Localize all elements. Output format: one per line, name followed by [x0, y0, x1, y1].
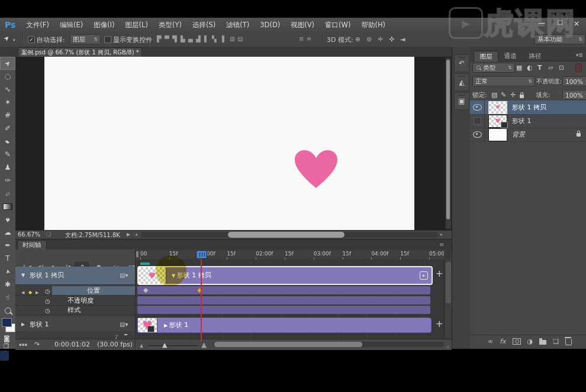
convert-to-frame-animation-icon[interactable]: ↷: [34, 341, 40, 348]
layer-row-3[interactable]: 背景: [470, 128, 586, 142]
3d-pan-icon[interactable]: ✛: [378, 35, 383, 43]
move-tool[interactable]: ➤: [0, 57, 15, 70]
layer-thumbnail[interactable]: ♥: [488, 115, 507, 128]
menu-item[interactable]: 图像(I): [88, 21, 120, 29]
align-icon[interactable]: ▄: [188, 36, 193, 42]
filter-smart-objects-icon[interactable]: ⊡: [559, 64, 564, 72]
screen-mode-icon[interactable]: ❐: [4, 343, 9, 349]
new-group-icon[interactable]: [539, 340, 546, 345]
filter-type-layers-icon[interactable]: T: [537, 64, 542, 72]
expand-arrow-icon[interactable]: ▶: [164, 323, 169, 328]
visibility-cell[interactable]: [470, 114, 485, 128]
timeline-horizontal-scrollbar-thumb[interactable]: [214, 342, 362, 347]
align-icon[interactable]: ≡: [307, 36, 311, 42]
zoom-level-field[interactable]: 66.67%: [18, 231, 40, 238]
property-row-position[interactable]: ◀ ◆ ▶ ◷ 位置: [15, 286, 135, 296]
menu-item[interactable]: 文件(F): [21, 21, 54, 29]
lock-position-icon[interactable]: ✛: [510, 91, 516, 99]
filter-adjustment-layers-icon[interactable]: ◐: [527, 64, 533, 72]
filter-shape-layers-icon[interactable]: ▱: [548, 64, 553, 72]
scroll-right-icon[interactable]: ▸: [440, 232, 443, 237]
vertical-scrollbar-thumb[interactable]: [446, 60, 450, 219]
align-icon[interactable]: ≣: [299, 36, 304, 42]
zoom-in-mountain-icon[interactable]: ▲: [201, 341, 207, 349]
dodge-tool[interactable]: ☁: [0, 226, 15, 239]
lock-pixels-icon[interactable]: ✎: [501, 91, 506, 99]
status-flyout-icon[interactable]: ▶: [127, 232, 130, 237]
collapse-arrow-icon[interactable]: ▼: [21, 267, 25, 284]
crop-tool[interactable]: #: [0, 109, 15, 122]
align-icon[interactable]: ▟: [196, 36, 201, 42]
timeline-vertical-scrollbar-thumb[interactable]: [446, 262, 451, 303]
timeline-ruler[interactable]: 0015f01:00f15f02:00f15f03:00f15f04:00f15…: [135, 250, 445, 260]
document-tab[interactable]: 案例.psd @ 66.7% (形状 1 拷贝, RGB/8) * ×: [18, 47, 142, 57]
healing-brush-tool[interactable]: ▰: [0, 135, 15, 148]
auto-select-checkbox[interactable]: ✓: [28, 36, 35, 43]
marquee-tool[interactable]: ◌: [0, 70, 15, 83]
track-filter-icon[interactable]: ▤▾: [120, 267, 128, 284]
eyedropper-tool[interactable]: ✐: [0, 122, 15, 135]
add-media-button[interactable]: +: [436, 319, 443, 329]
playhead-handle[interactable]: [196, 250, 207, 259]
fill-dropdown[interactable]: 100%▾: [562, 90, 586, 100]
eye-icon[interactable]: [473, 104, 482, 111]
link-layers-icon[interactable]: ∞: [488, 338, 493, 345]
align-icon[interactable]: ▥: [230, 36, 235, 42]
align-icon[interactable]: ▛: [157, 36, 162, 42]
align-icon[interactable]: ▜: [172, 36, 177, 42]
brush-tool[interactable]: ✎: [0, 148, 15, 161]
stopwatch-icon[interactable]: ◷: [45, 286, 50, 295]
align-icon[interactable]: ▐: [220, 36, 224, 42]
keyframe-band-style[interactable]: [137, 306, 430, 314]
menu-item[interactable]: 图层(L): [120, 21, 153, 29]
close-button[interactable]: ×: [571, 19, 582, 28]
horizontal-scrollbar-thumb[interactable]: [228, 232, 344, 238]
align-icon[interactable]: ▙: [181, 36, 185, 42]
tab-paths[interactable]: 路径: [523, 51, 547, 61]
hand-tool[interactable]: ☝: [0, 291, 15, 304]
timeline-zoom-slider[interactable]: [148, 345, 198, 347]
tool-preset-arrow-icon[interactable]: ▾: [13, 37, 15, 43]
menu-item[interactable]: 视图(V): [285, 21, 320, 29]
expand-arrow-icon[interactable]: ▶: [21, 318, 25, 332]
adjustment-layer-icon[interactable]: ◑: [527, 338, 533, 345]
eye-icon[interactable]: [473, 131, 482, 138]
history-brush-tool[interactable]: ✑: [0, 174, 15, 187]
magic-wand-tool[interactable]: ✶: [0, 96, 15, 109]
pen-tool[interactable]: ✒: [0, 239, 15, 252]
property-row-style[interactable]: ◷ 样式: [15, 306, 135, 315]
new-layer-icon[interactable]: ❏: [553, 338, 559, 345]
auto-select-target-dropdown[interactable]: 图层⇅: [70, 34, 101, 44]
keyframe-band-opacity[interactable]: [137, 296, 430, 304]
layer-row-1[interactable]: ♥形状 1 拷贝: [470, 101, 586, 115]
frames-view-icon[interactable]: ▪▪▪: [19, 342, 27, 347]
menu-item[interactable]: 3D(D): [255, 21, 285, 29]
filter-toggle-switch[interactable]: [575, 63, 582, 72]
3d-orbit-icon[interactable]: ⊕: [355, 35, 360, 43]
blur-tool[interactable]: ♠: [0, 213, 15, 226]
custom-shape-tool[interactable]: ✱: [0, 278, 15, 291]
keyframe-diamond[interactable]: ◆: [143, 287, 148, 294]
eraser-tool[interactable]: ▱: [0, 187, 15, 200]
lock-all-icon[interactable]: [520, 92, 524, 99]
close-tab-icon[interactable]: ×: [139, 50, 142, 56]
3d-slide-icon[interactable]: ✜: [389, 35, 394, 43]
layer-thumbnail[interactable]: [488, 128, 507, 141]
layer-style-icon[interactable]: fx: [500, 338, 505, 345]
lock-transparency-icon[interactable]: ▨: [491, 91, 497, 99]
work-area-bar[interactable]: [140, 263, 150, 265]
3d-panel-button[interactable]: ▣: [454, 92, 469, 110]
keyframe-band-position[interactable]: ◆ ◆: [137, 286, 430, 294]
align-icon[interactable]: ▤: [237, 36, 243, 42]
clip-bar-shape1[interactable]: ♥ ▶ 形状 1: [137, 318, 432, 333]
property-label-position[interactable]: 位置: [52, 286, 135, 295]
3d-roll-icon[interactable]: ⊚: [366, 35, 372, 43]
zoom-tool[interactable]: [0, 304, 15, 317]
align-icon[interactable]: ▌: [204, 36, 209, 42]
playhead-line[interactable]: [201, 258, 202, 341]
maximize-button[interactable]: □: [554, 19, 566, 25]
adjustments-panel-button[interactable]: ◭: [454, 73, 469, 91]
layer-row-2[interactable]: ♥形状 1: [470, 114, 586, 128]
panel-menu-icon[interactable]: ▾≣: [576, 52, 583, 58]
add-keyframe-icon[interactable]: ◆: [28, 288, 32, 297]
